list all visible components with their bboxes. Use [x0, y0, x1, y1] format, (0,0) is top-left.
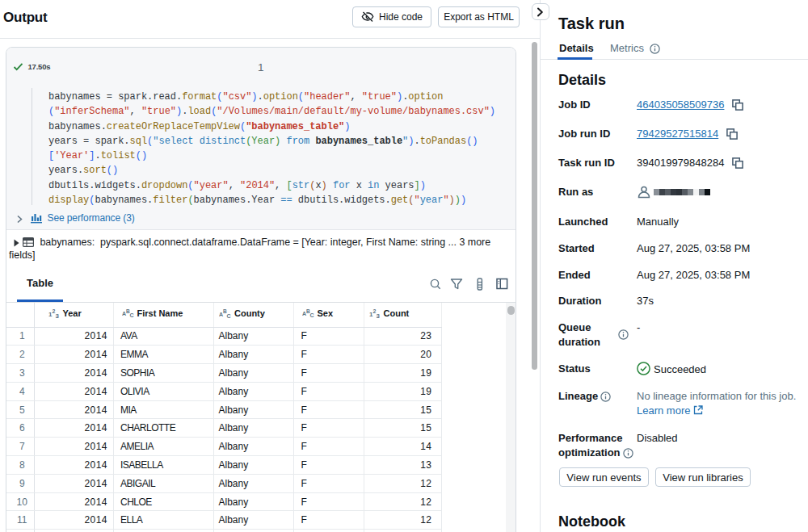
svg-text:C: C: [227, 313, 231, 319]
svg-text:C: C: [129, 312, 133, 318]
svg-text:3: 3: [55, 312, 59, 319]
svg-text:C: C: [309, 312, 314, 318]
svg-text:3: 3: [376, 312, 380, 319]
